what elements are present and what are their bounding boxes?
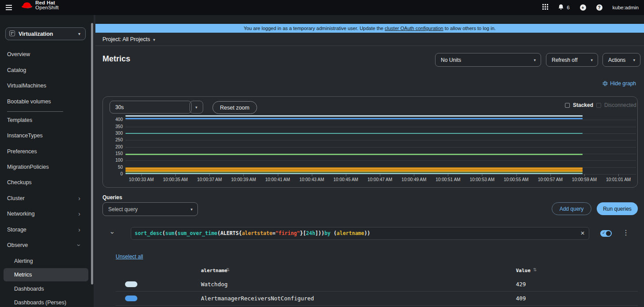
- y-axis-tick-label: 250: [108, 137, 123, 142]
- units-select[interactable]: No Units ▾: [435, 53, 541, 67]
- stacked-checkbox[interactable]: Stacked: [565, 102, 593, 108]
- unselect-all-link[interactable]: Unselect all: [116, 254, 143, 260]
- masthead: Red Hat OpenShift 6 + ? kube:admin: [0, 0, 644, 15]
- sidebar-item-catalog[interactable]: Catalog: [4, 64, 88, 77]
- gridline: [125, 147, 636, 148]
- user-menu[interactable]: kube:admin: [613, 5, 639, 10]
- sidebar-item-migrationpolicies[interactable]: MigrationPolicies: [4, 160, 88, 174]
- series-line-AlertmanagerReceiversNotConfigured: [125, 118, 583, 119]
- hide-graph-link[interactable]: Hide graph: [602, 80, 636, 87]
- query-enabled-toggle[interactable]: ✓: [600, 230, 612, 237]
- expression-token-plain: ])): [315, 230, 325, 236]
- help-icon[interactable]: ?: [596, 4, 602, 11]
- query-expression-text: sort_desc(sum(sum_over_time(ALERTS{alert…: [135, 227, 576, 239]
- x-axis-tick-label: 10:00:43 AM: [295, 177, 328, 182]
- series-line-unlabeled-series-3: [125, 133, 583, 134]
- banner-text: You are logged in as a temporary adminis…: [244, 26, 385, 31]
- sidebar-item-label: Storage: [7, 227, 27, 233]
- x-axis-tick-label: 10:00:37 AM: [193, 177, 226, 182]
- project-selector-label: Project: All Projects: [102, 36, 150, 42]
- disconnected-checkbox: Disconnected: [596, 102, 636, 108]
- series-swatch[interactable]: [125, 296, 137, 301]
- alertname-cell: Watchdog: [201, 281, 227, 288]
- gridline: [125, 127, 636, 127]
- expression-token-plain: (ALERTS{: [217, 230, 242, 236]
- expression-token-plain: )): [364, 230, 370, 236]
- sidebar-item-observe[interactable]: Observe›: [4, 239, 88, 252]
- series-line-unlabeled-series-15: [125, 173, 583, 174]
- query-expression-input[interactable]: sort_desc(sum(sum_over_time(ALERTS{alert…: [131, 227, 589, 240]
- disconnected-label: Disconnected: [604, 102, 636, 108]
- sidebar-item-virtualmachines[interactable]: VirtualMachines: [4, 79, 88, 92]
- perspective-label: Virtualization: [19, 31, 53, 37]
- openshift-logo: Red Hat OpenShift: [21, 0, 59, 10]
- import-plus-icon[interactable]: +: [580, 4, 586, 11]
- sidebar-item-bootable-volumes[interactable]: Bootable volumes: [4, 95, 88, 108]
- sidebar-item-networking[interactable]: Networking›: [4, 207, 88, 220]
- metrics-chart[interactable]: 05010015020025030035040010:00:33 AM10:00…: [125, 116, 636, 174]
- login-info-banner: You are logged in as a temporary adminis…: [95, 24, 644, 33]
- sidebar-item-label: Bootable volumes: [7, 99, 51, 105]
- refresh-interval-select[interactable]: Refresh off ▾: [546, 53, 598, 67]
- sidebar-item-metrics[interactable]: Metrics: [4, 268, 88, 281]
- expression-token-keyword: by: [324, 230, 330, 236]
- reset-zoom-button[interactable]: Reset zoom: [212, 101, 257, 114]
- sidebar-item-cluster[interactable]: Cluster›: [4, 192, 88, 205]
- sidebar-item-dashboards-perses-[interactable]: Dashboards (Perses): [4, 296, 88, 307]
- chevron-down-icon: ▾: [153, 38, 155, 42]
- series-swatch[interactable]: [125, 281, 137, 287]
- query-collapse-chevron-icon[interactable]: ›: [109, 232, 116, 234]
- x-axis-tick-label: 10:00:51 AM: [432, 177, 464, 182]
- add-query-button[interactable]: Add query: [552, 202, 591, 215]
- column-header-value[interactable]: Value: [516, 268, 530, 273]
- perspective-switcher[interactable]: Virtualization ▾: [5, 27, 86, 40]
- project-selector[interactable]: Project: All Projects▾: [102, 36, 155, 42]
- query-select[interactable]: Select query ▾: [102, 202, 198, 216]
- actions-menu-button[interactable]: Actions ▾: [602, 53, 640, 67]
- x-axis-tick-label: 10:00:47 AM: [364, 177, 396, 182]
- compress-icon: [602, 81, 608, 86]
- menu-toggle-icon[interactable]: [6, 5, 12, 11]
- sidebar-item-preferences[interactable]: Preferences: [4, 145, 88, 158]
- run-queries-button[interactable]: Run queries: [597, 202, 638, 215]
- sidebar-item-label: Networking: [7, 211, 35, 217]
- sidebar-item-dashboards[interactable]: Dashboards: [4, 282, 88, 296]
- gridline: [125, 160, 636, 161]
- graph-interval-dropdown[interactable]: ▾: [189, 101, 203, 114]
- expression-token-plain: (: [330, 230, 337, 236]
- series-line-unlabeled-series-4: [125, 154, 583, 155]
- table-row[interactable]: Watchdog429: [116, 277, 638, 292]
- sidebar-item-alerting[interactable]: Alerting: [4, 254, 88, 268]
- redhat-fedora-icon: [21, 1, 33, 9]
- sidebar-item-label: InstanceTypes: [7, 133, 43, 139]
- graph-interval-input[interactable]: [110, 101, 192, 114]
- sidebar-item-instancetypes[interactable]: InstanceTypes: [4, 129, 88, 142]
- sort-icon[interactable]: ⇅: [226, 267, 230, 272]
- value-cell: 409: [516, 295, 526, 302]
- oauth-config-link[interactable]: cluster OAuth configuration: [385, 26, 443, 31]
- sidebar-scrollbar[interactable]: [91, 23, 93, 284]
- virtualization-icon: [9, 30, 15, 38]
- alertname-cell: AlertmanagerReceiversNotConfigured: [201, 295, 314, 302]
- chevron-down-icon: ▾: [633, 58, 635, 62]
- column-header-alertname[interactable]: alertname: [201, 268, 227, 273]
- sort-icon[interactable]: ⇅: [533, 267, 537, 272]
- sidebar-item-label: Templates: [7, 117, 32, 123]
- x-axis-tick-label: 10:00:53 AM: [466, 177, 498, 182]
- y-axis-tick-label: 0: [108, 171, 123, 176]
- notifications-bell-icon[interactable]: [558, 4, 564, 11]
- chevron-right-icon: ›: [78, 212, 80, 216]
- sidebar-item-templates[interactable]: Templates: [4, 114, 88, 127]
- app-launcher-icon[interactable]: [542, 4, 548, 11]
- sidebar-item-label: Observe: [7, 242, 28, 248]
- x-axis-tick: [482, 174, 482, 176]
- query-kebab-menu-icon[interactable]: ⋮: [622, 228, 629, 237]
- sidebar-item-label: MigrationPolicies: [7, 164, 49, 170]
- table-row[interactable]: AlertmanagerReceiversNotConfigured409: [116, 292, 638, 306]
- sidebar-item-checkups[interactable]: Checkups: [4, 176, 88, 189]
- sidebar-item-overview[interactable]: Overview: [4, 48, 88, 61]
- x-axis-tick-label: 10:01:01 AM: [602, 177, 635, 182]
- clear-query-icon[interactable]: ✕: [580, 227, 585, 239]
- chevron-down-icon: ▾: [78, 31, 80, 36]
- sidebar-item-storage[interactable]: Storage›: [4, 223, 88, 236]
